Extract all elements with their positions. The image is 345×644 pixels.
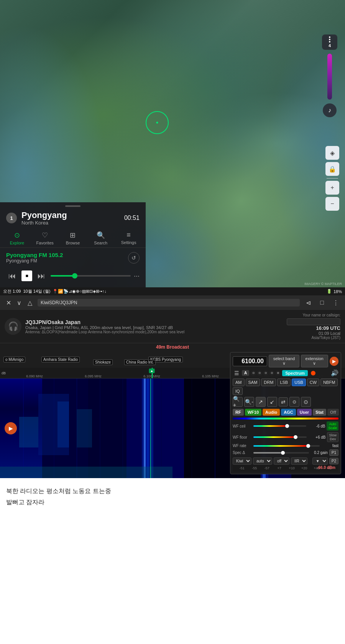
- zoom-in-icon[interactable]: 🔍+: [233, 397, 243, 407]
- freq-tick-4: 6.105 MHz: [202, 374, 219, 378]
- zoom-arrow-out[interactable]: ↗: [256, 397, 266, 407]
- p2-button[interactable]: P2: [329, 458, 338, 464]
- map-more-menu-button[interactable]: 4: [322, 34, 337, 50]
- kiwi-select[interactable]: Kiwi: [233, 457, 251, 465]
- now-playing-text: Pyongyang FM 105.2 Pyongyang FM: [6, 252, 124, 264]
- nav-settings[interactable]: ≡ Settings: [115, 231, 143, 245]
- extension-button[interactable]: extension ∨: [301, 355, 328, 367]
- dbm-tick-5: +10: [286, 466, 298, 470]
- history-button[interactable]: ↺: [128, 252, 140, 264]
- spec-delta-thumb: [281, 451, 285, 455]
- svg-rect-16: [123, 379, 123, 478]
- am-button[interactable]: AM: [233, 379, 245, 386]
- wf-floor-slider[interactable]: [253, 436, 307, 438]
- select-band-button[interactable]: select band ∨: [269, 355, 299, 367]
- station-shiokaze[interactable]: Shiokaze: [93, 359, 113, 365]
- kiwi-location: Osaka, Japan | Grid PM74ru, ASL 200m abo…: [25, 325, 283, 330]
- iq-button[interactable]: IQ: [233, 387, 243, 395]
- wf-ceil-value: -6 dB: [308, 424, 325, 428]
- nav-favorites[interactable]: ♡ Favorites: [31, 231, 59, 245]
- map-view[interactable]: 4 ♪ ◈ 🔒 + − 1 Pyongyang North Korea 00:5…: [0, 0, 345, 287]
- play-control-button[interactable]: ▶: [330, 357, 338, 366]
- svg-rect-4: [127, 379, 184, 478]
- drm-button[interactable]: DRM: [261, 379, 276, 386]
- bottom-controls: Kiwi auto off IIR ▼ P2: [233, 457, 338, 465]
- iir-select[interactable]: IIR: [291, 457, 307, 465]
- zoom-clock[interactable]: ⊙: [289, 397, 299, 407]
- demodulation-buttons: AM SAM DRM LSB USB CW NBFM IQ: [233, 379, 338, 395]
- prev-track-button[interactable]: ⏮: [6, 270, 18, 282]
- divider: [327, 178, 338, 179]
- wf-rate-slider[interactable]: [253, 445, 320, 447]
- mode-row: ☰ A ⊖ ⊖ ⊖ ⊖ ⊕ Spectrum 🔊: [233, 369, 338, 377]
- callsign-placeholder-label: Your name or callsign:: [287, 313, 340, 317]
- p2-select[interactable]: ▼: [312, 457, 328, 465]
- zoom-arrow-in[interactable]: ↙: [267, 397, 277, 407]
- status-left: 오전 1:09 10월 14일 (월) 📍📶📡⊿◉⊕○▤⊞⊡◈⊞▫▪↑↓: [3, 288, 107, 294]
- lock-button[interactable]: 🔒: [325, 162, 339, 176]
- volume-slider[interactable]: [327, 54, 332, 100]
- share-button[interactable]: ⊲: [303, 297, 314, 308]
- stat-button[interactable]: Stat: [313, 409, 326, 416]
- nav-explore[interactable]: ⊙ Explore: [3, 231, 31, 245]
- kiwisdr-header: 🎧 JQ3JPN/Osaka Japan Osaka, Japan | Grid…: [0, 310, 345, 343]
- wf10-button[interactable]: WF10: [245, 409, 261, 416]
- slow-dev-button[interactable]: SlowDev: [327, 432, 338, 442]
- audio-func-button[interactable]: Audio: [263, 409, 280, 416]
- rf-button[interactable]: RF: [233, 409, 244, 416]
- station-amhara[interactable]: Amhara State Radio: [41, 357, 80, 362]
- zoom-out-icon[interactable]: 🔍-: [244, 397, 254, 407]
- zoom-exchange[interactable]: ⇄: [279, 397, 288, 406]
- now-playing-name: Pyongyang FM 105.2: [6, 252, 124, 258]
- off-button[interactable]: Off: [327, 409, 339, 416]
- wf-rate-thumb: [306, 444, 310, 448]
- status-time: 오전 1:09: [3, 288, 21, 294]
- nav-search[interactable]: 🔍 Search: [87, 231, 115, 245]
- zoom-in-button[interactable]: +: [325, 181, 339, 195]
- hamburger-menu-button[interactable]: ☰: [233, 370, 240, 376]
- alert-button[interactable]: △: [25, 298, 34, 307]
- sam-button[interactable]: SAM: [246, 379, 260, 386]
- nav-browse[interactable]: ⊞ Browse: [59, 231, 87, 245]
- zoom-right-arrow[interactable]: ⊙: [301, 397, 311, 407]
- spec-delta-slider[interactable]: [253, 452, 309, 454]
- music-note-icon[interactable]: ♪: [323, 103, 337, 117]
- function-buttons-row: RF WF10 Audio AGC User Stat Off: [233, 409, 338, 416]
- forward-button[interactable]: ∨: [15, 298, 24, 307]
- spec-delta-fill: [253, 452, 281, 454]
- station-miamigo[interactable]: o MiAmigo: [3, 357, 25, 362]
- station-number-badge: 1: [6, 213, 17, 223]
- frequency-display[interactable]: [233, 356, 267, 366]
- location-button[interactable]: ◈: [325, 146, 339, 160]
- auto-select[interactable]: auto: [253, 457, 272, 465]
- drag-handle-bar: [65, 205, 80, 207]
- nbfm-button[interactable]: NBFM: [320, 379, 338, 386]
- auto-scale-button[interactable]: AutoScale: [327, 421, 338, 431]
- audio-button[interactable]: 🔊: [331, 369, 338, 377]
- url-bar[interactable]: KiwiSDR/JQ3JPN: [38, 299, 300, 306]
- stop-button[interactable]: ■: [21, 270, 32, 281]
- usb-button[interactable]: USB: [292, 379, 306, 386]
- progress-bar[interactable]: [51, 275, 131, 277]
- bookmark-button[interactable]: □: [317, 297, 327, 308]
- callsign-input[interactable]: [287, 318, 340, 325]
- wf-ceil-thumb: [285, 424, 289, 428]
- back-button[interactable]: ✕: [4, 298, 13, 307]
- next-track-button[interactable]: ⏭: [35, 270, 48, 282]
- waterfall-play-button[interactable]: ▶: [5, 422, 17, 434]
- agc-button[interactable]: AGC: [281, 409, 296, 416]
- drag-handle[interactable]: [0, 202, 146, 208]
- cw-button[interactable]: CW: [307, 379, 319, 386]
- zoom-out-button[interactable]: −: [325, 197, 339, 211]
- lsb-button[interactable]: LSB: [277, 379, 291, 386]
- user-button[interactable]: User: [297, 409, 312, 416]
- map-location-marker[interactable]: [146, 111, 169, 134]
- kiwi-logo-icon: 🎧: [5, 318, 21, 335]
- p1-button[interactable]: P1: [329, 449, 338, 456]
- wf-ceil-slider[interactable]: [253, 425, 306, 427]
- off-select[interactable]: off: [274, 457, 289, 465]
- browser-menu-button[interactable]: ⋮: [330, 297, 341, 308]
- more-options-button[interactable]: ···: [134, 272, 140, 280]
- station-china-radio[interactable]: China Radio Int.: [124, 359, 156, 365]
- url-title: KiwiSDR/JQ3JPN: [41, 300, 77, 305]
